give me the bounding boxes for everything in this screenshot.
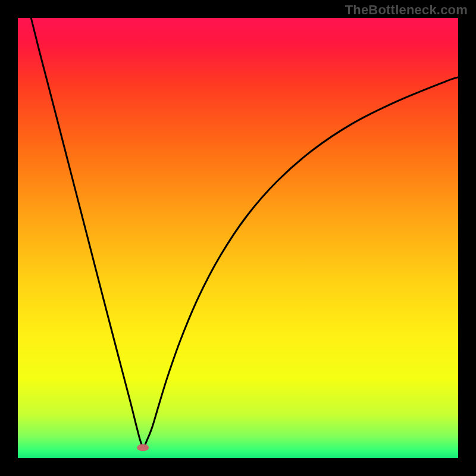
optimal-marker (137, 444, 149, 451)
plot-background (18, 18, 458, 458)
bottleneck-chart (0, 0, 476, 476)
chart-frame: TheBottleneck.com (0, 0, 476, 476)
watermark-text: TheBottleneck.com (345, 2, 468, 18)
